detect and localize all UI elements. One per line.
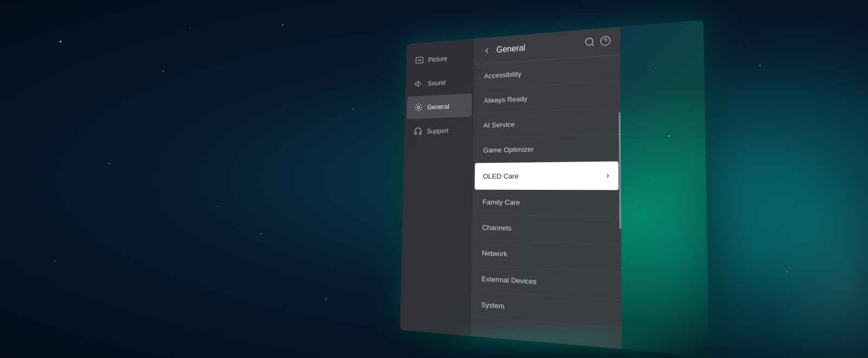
panel-header-icons xyxy=(584,35,611,49)
search-button[interactable] xyxy=(584,36,595,49)
picture-icon xyxy=(415,55,424,65)
sidebar-item-support[interactable]: Support xyxy=(406,118,472,143)
sidebar-item-sound[interactable]: Sound xyxy=(407,69,473,95)
svg-point-2 xyxy=(417,106,419,108)
right-panel: General xyxy=(470,27,622,349)
panel-header-left: General xyxy=(482,43,525,55)
menu-item-label-always-ready: Always Ready xyxy=(484,95,528,105)
back-button[interactable] xyxy=(482,46,492,55)
sidebar-item-general[interactable]: General xyxy=(407,93,472,119)
sidebar-label-sound: Sound xyxy=(427,79,445,87)
svg-line-4 xyxy=(592,44,594,46)
sound-icon xyxy=(414,79,423,88)
tv-ambient-glow xyxy=(421,334,664,355)
back-icon xyxy=(482,46,492,55)
sidebar: Picture Sound General xyxy=(400,39,475,336)
menu-item-label-network: Network xyxy=(482,249,507,258)
menu-item-label-ai-service: AI Service xyxy=(483,120,515,129)
panel-title: General xyxy=(496,43,526,54)
tv-screen: Picture Sound General xyxy=(400,20,709,356)
svg-marker-1 xyxy=(416,81,419,87)
chevron-right-icon: › xyxy=(606,170,609,181)
menu-item-label-family-care: Family Care xyxy=(482,198,520,206)
sidebar-label-general: General xyxy=(427,103,450,111)
tv-display: Picture Sound General xyxy=(391,30,694,339)
menu-item-label-oled-care: OLED Care xyxy=(483,172,519,180)
menu-item-label-external-devices: Extermal Devices xyxy=(481,274,537,285)
sidebar-label-support: Support xyxy=(427,126,449,135)
menu-item-family-care[interactable]: Family Care xyxy=(473,190,621,218)
menu-item-oled-care[interactable]: OLED Care › xyxy=(475,161,618,190)
help-button[interactable] xyxy=(599,35,611,48)
menu-item-label-game-optimizer: Game Optimizer xyxy=(483,145,534,154)
sidebar-item-picture[interactable]: Picture xyxy=(408,45,473,72)
menu-item-label-accessibility: Accessibility xyxy=(484,70,521,80)
menu-item-game-optimizer[interactable]: Game Optimizer xyxy=(473,135,621,163)
svg-rect-0 xyxy=(416,57,423,63)
svg-point-5 xyxy=(601,36,610,46)
panel-content[interactable]: Accessibility Always Ready AI Service Ga… xyxy=(470,55,622,349)
support-icon xyxy=(414,126,423,136)
search-icon xyxy=(584,36,595,48)
sidebar-label-picture: Picture xyxy=(428,54,447,63)
help-icon xyxy=(599,35,611,47)
menu-item-label-channels: Channels xyxy=(482,223,512,232)
general-icon xyxy=(414,103,423,112)
menu-overlay: Picture Sound General xyxy=(400,27,622,349)
menu-item-label-system: System xyxy=(481,301,505,310)
menu-item-ai-service[interactable]: AI Service xyxy=(474,108,621,138)
